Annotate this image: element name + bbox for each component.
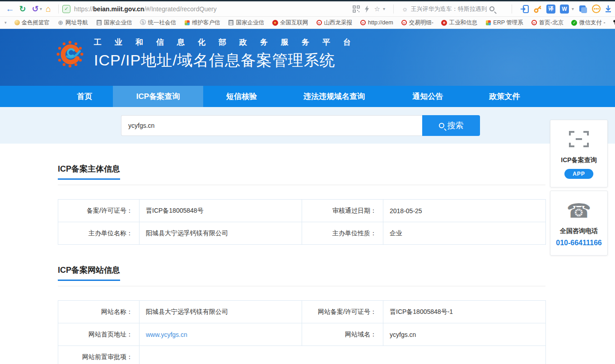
bookmark-label: 全国互联网 xyxy=(280,19,308,27)
system-title: ICP/IP地址/域名信息备案管理系统 xyxy=(94,50,364,71)
nav-policy-docs[interactable]: 政策文件 xyxy=(467,86,542,107)
search-button[interactable]: 搜索 xyxy=(422,115,480,136)
app-qr-card[interactable]: ICP备案查询 APP xyxy=(550,120,608,187)
translate-icon[interactable]: 译 xyxy=(546,5,555,14)
bookmark-item[interactable] xyxy=(613,20,615,26)
bookmark-item[interactable]: 金色摇篮官 xyxy=(14,19,50,27)
toolbar-divider xyxy=(58,5,59,14)
bookmark-label: 金色摇篮官 xyxy=(22,19,50,27)
search-icon xyxy=(439,123,444,128)
bookmark-item[interactable]: n山西龙采报 xyxy=(316,19,353,27)
field-value: 晋ICP备18005848号-1 xyxy=(383,301,546,323)
bookmark-item[interactable]: ERP 管理系 xyxy=(485,19,523,27)
nav-icp-record-query[interactable]: ICP备案查询 xyxy=(113,86,203,107)
address-bar[interactable]: ✓ https://beian.miit.gov.cn/#/Integrated… xyxy=(62,5,353,13)
hot-topic-icon: ☼ xyxy=(402,5,408,13)
red-ring-icon: n xyxy=(401,19,407,26)
red-ring-icon: n xyxy=(316,19,322,26)
toolbar-divider xyxy=(512,5,512,14)
search-band: 搜索 xyxy=(0,107,615,144)
download-icon[interactable] xyxy=(605,5,611,13)
field-value: ycyfgs.cn xyxy=(383,323,546,346)
bookmark-item[interactable]: 国家企业信 xyxy=(228,19,265,27)
bookmark-item[interactable]: 网址导航 xyxy=(57,19,88,27)
bookmark-item[interactable]: 统一社会信 xyxy=(140,19,177,27)
search-icon[interactable] xyxy=(489,6,494,11)
windows-stack-icon[interactable] xyxy=(578,5,587,14)
domain-search-input[interactable] xyxy=(121,115,422,136)
table-row: 备案/许可证号： 晋ICP备18005848号 审核通过日期： 2018-05-… xyxy=(58,200,546,222)
field-label: 网站名称： xyxy=(58,301,140,323)
color-grid-icon xyxy=(485,19,491,26)
shield-safe-icon[interactable]: ✓ xyxy=(62,5,70,13)
star-favorite-icon[interactable]: ☆ xyxy=(374,5,380,13)
bookmark-label: 国家企业信 xyxy=(104,19,132,27)
bookmark-item[interactable]: ★全国互联网 xyxy=(272,19,308,27)
qr-scan-icon xyxy=(568,130,589,148)
bookmark-label: http://dem xyxy=(368,19,393,26)
bookmark-label: 网址导航 xyxy=(65,19,88,27)
bookmarks-dropdown-icon[interactable]: ▾ xyxy=(5,20,7,25)
document-icon xyxy=(96,19,102,26)
field-label: 备案/许可证号： xyxy=(58,200,140,222)
nav-illegal-domain-query[interactable]: 违法违规域名查询 xyxy=(280,86,388,107)
bookmark-item[interactable]: ✓微信支付 - xyxy=(571,19,606,27)
menu-smiley-icon[interactable] xyxy=(592,5,601,13)
bookmark-label: 维护客户信 xyxy=(192,19,220,27)
favorites-dropdown-icon[interactable]: ▾ xyxy=(383,6,385,11)
field-value: 阳城县大宁远孚钙镁有限公司 xyxy=(140,301,302,323)
s-circle-icon xyxy=(140,19,146,26)
field-value: 晋ICP备18005848号 xyxy=(140,200,302,222)
field-value: 2018-05-25 xyxy=(383,200,546,222)
record-content: ICP备案主体信息 备案/许可证号： 晋ICP备18005848号 审核通过日期… xyxy=(0,163,615,364)
side-widgets: ICP备案查询 APP ☎ 全国咨询电话 010-66411166 xyxy=(550,120,608,256)
lightning-icon[interactable] xyxy=(364,5,369,13)
subject-section-title: ICP备案主体信息 xyxy=(58,163,120,180)
field-label: 主办单位名称： xyxy=(58,222,140,245)
main-nav: 首页 ICP备案查询 短信核验 违法违规域名查询 通知公告 政策文件 xyxy=(0,86,615,107)
field-value xyxy=(140,346,546,364)
table-row: 主办单位名称： 阳城县大宁远孚钙镁有限公司 主办单位性质： 企业 xyxy=(58,222,546,245)
bookmark-item[interactable]: n首页-北京 xyxy=(531,19,564,27)
bookmark-item[interactable]: e工业和信息 xyxy=(441,19,478,27)
red-ring-icon: n xyxy=(531,19,537,26)
hot-search-box[interactable]: ☼ 王兴评华为造车：特斯拉遇到 xyxy=(402,5,503,13)
subject-info-section: ICP备案主体信息 备案/许可证号： 晋ICP备18005848号 审核通过日期… xyxy=(58,163,545,245)
login-icon[interactable] xyxy=(520,5,529,14)
hot-search-text[interactable]: 王兴评华为造车：特斯拉遇到 xyxy=(411,5,487,13)
bookmark-label: 首页-北京 xyxy=(539,19,564,27)
mickey-icon xyxy=(613,20,615,26)
national-emblem-icon: ★ xyxy=(272,19,278,26)
bookmark-item[interactable]: 国家企业信 xyxy=(96,19,132,27)
bookmark-item[interactable]: 维护客户信 xyxy=(184,19,220,27)
word-icon[interactable]: W xyxy=(560,5,569,14)
nav-sms-verify[interactable]: 短信核验 xyxy=(203,86,280,107)
toolbar-divider xyxy=(393,5,394,14)
word-dropdown-icon[interactable]: ▾ xyxy=(572,6,574,11)
app-badge[interactable]: APP xyxy=(564,169,593,179)
qr-code-icon[interactable] xyxy=(353,5,360,13)
search-button-label: 搜索 xyxy=(447,120,464,131)
telephone-icon: ☎ xyxy=(553,201,605,221)
website-home-link[interactable]: www.ycyfgs.cn xyxy=(146,331,187,338)
platform-title: 工业和信息化部政务服务平台 xyxy=(94,37,364,47)
website-info-table: 网站名称： 阳城县大宁远孚钙镁有限公司 网站备案/许可证号： 晋ICP备1800… xyxy=(58,300,546,364)
bookmark-label: 国家企业信 xyxy=(236,19,265,27)
miit-gear-e-logo xyxy=(55,40,85,68)
bookmark-item[interactable]: n交易明细- xyxy=(401,19,433,27)
key-icon[interactable] xyxy=(534,5,542,13)
red-gear-icon: e xyxy=(441,19,447,26)
back-icon[interactable]: ← xyxy=(4,3,16,15)
toolbar-right-icons: ☆ ▾ ☼ 王兴评华为造车：特斯拉遇到 译 W ▾ xyxy=(353,5,611,14)
field-label: 网站备案/许可证号： xyxy=(302,301,383,323)
browser-toolbar: ← ↻ ↺ ▾ ⌂ ✓ https://beian.miit.gov.cn/#/… xyxy=(0,1,615,17)
phone-card: ☎ 全国咨询电话 010-66411166 xyxy=(550,191,608,256)
nav-home[interactable]: 首页 xyxy=(56,86,113,107)
bookmark-item[interactable]: nhttp://dem xyxy=(360,19,393,26)
website-info-section: ICP备案网站信息 网站名称： 阳城县大宁远孚钙镁有限公司 网站备案/许可证号：… xyxy=(58,265,545,364)
nav-notices[interactable]: 通知公告 xyxy=(388,86,467,107)
home-icon[interactable]: ⌂ xyxy=(42,3,55,15)
refresh-icon[interactable]: ↻ xyxy=(16,3,29,15)
field-label: 网站域名： xyxy=(302,323,383,346)
url-text[interactable]: https://beian.miit.gov.cn/#/Integrated/r… xyxy=(74,5,217,13)
